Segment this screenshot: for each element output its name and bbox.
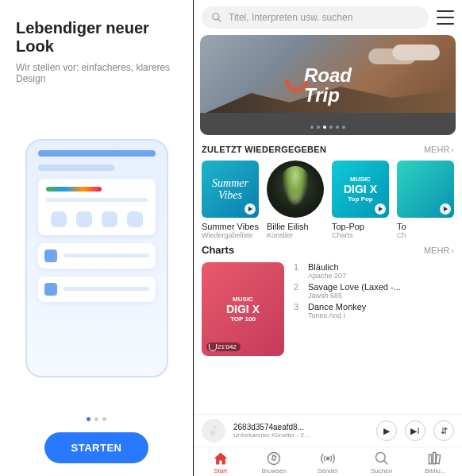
recent-heading: ZULETZT WIEDERGEGEBEN [202,145,326,154]
track-row[interactable]: 3Dance MonkeyTones And I [294,302,454,319]
chevron-right-icon: › [451,246,454,255]
charts-card[interactable]: MUSICDIGI XTOP 100 21'042 [202,262,284,356]
featured-banner[interactable]: RoadTrip [200,35,456,135]
mini-player[interactable]: 2683d3574aeafd8...Unbekannter Künstler -… [194,414,462,447]
search-placeholder: Titel, Interpreten usw. suchen [229,12,352,23]
svg-point-3 [326,457,329,459]
banner-dots [200,126,456,129]
play-icon[interactable] [244,203,256,215]
nav-library[interactable]: Biblio... [408,451,462,474]
play-icon[interactable] [375,203,386,215]
nav-sender[interactable]: Sender [301,451,355,474]
search-input[interactable]: Titel, Interpreten usw. suchen [202,6,429,29]
onboarding-title: Lebendiger neuer Look [16,19,177,56]
play-icon[interactable] [440,203,451,215]
album-art-icon [202,419,225,443]
phone-mockup [16,103,177,412]
recent-item-toppop[interactable]: MUSICDIGI XTop Pop Top-Pop Charts [332,161,389,239]
music-app: Titel, Interpreten usw. suchen RoadTrip … [193,0,462,476]
svg-rect-6 [429,455,432,464]
next-button[interactable]: ▶I [405,420,425,441]
track-row[interactable]: 1BläulichApache 207 [294,262,454,280]
start-button[interactable]: STARTEN [44,432,149,463]
chart-tracks: 1BläulichApache 207 2Savage Love (Laxed … [294,262,454,356]
svg-point-2 [268,453,280,465]
svg-point-0 [213,14,219,20]
player-title: 2683d3574aeafd8... [233,423,368,431]
svg-point-4 [375,453,385,462]
recent-item-summer[interactable]: SummerVibes Summer Vibes Wiedergabeliste [202,161,259,239]
onboarding-subtitle: Wir stellen vor: einfacheres, klareres D… [16,62,177,84]
recent-item-billie[interactable]: Billie Eilish Künstler [267,161,324,239]
page-dots [16,417,177,421]
play-button[interactable]: ▶ [376,420,397,441]
track-row[interactable]: 2Savage Love (Laxed -...Jawsh 685 [294,282,454,300]
bottom-nav: Start Browsen Sender Suchen Biblio... [194,447,462,476]
svg-line-1 [218,19,221,22]
svg-line-5 [383,461,387,465]
nav-start[interactable]: Start [194,451,248,474]
player-artist: Unbekannter Künstler - 2... [233,431,368,439]
charts-heading: Charts [202,244,234,256]
onboarding-panel: Lebendiger neuer Look Wir stellen vor: e… [0,0,193,476]
menu-icon[interactable] [437,10,454,25]
nav-search[interactable]: Suchen [355,451,409,474]
duration-badge: 21'042 [206,342,241,351]
recent-item-4[interactable]: To Ch [397,161,454,239]
recent-more[interactable]: MEHR› [424,145,454,154]
chevron-right-icon: › [451,145,454,154]
queue-button[interactable]: ⇵ [433,420,454,441]
nav-browse[interactable]: Browsen [248,451,302,474]
charts-more[interactable]: MEHR› [424,246,454,255]
search-icon [211,12,222,23]
